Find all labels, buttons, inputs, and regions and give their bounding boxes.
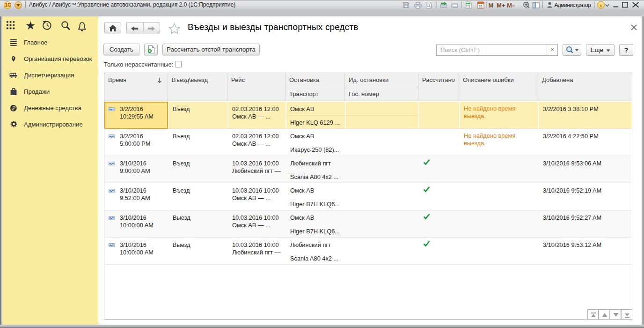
svg-text:M: M: [489, 2, 494, 9]
svg-text:M+: M+: [497, 2, 505, 9]
svg-text:Администратор: Администратор: [555, 2, 591, 8]
svg-text:31: 31: [479, 4, 483, 8]
svg-text:i: i: [600, 2, 601, 8]
svg-text:M–: M–: [507, 2, 515, 9]
